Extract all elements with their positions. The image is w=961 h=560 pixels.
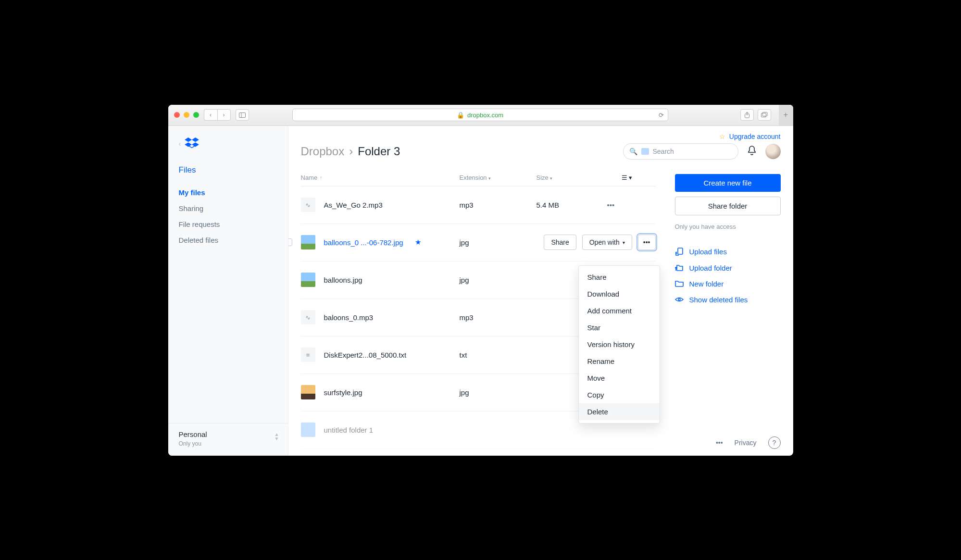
app-content: ‹ Files My files Sharing File requests D…	[168, 126, 793, 456]
file-name: baloons_0.mp3	[324, 313, 374, 322]
svg-rect-0	[239, 112, 245, 117]
menu-item-add-comment[interactable]: Add comment	[579, 302, 660, 319]
chevron-right-icon: ›	[349, 145, 353, 158]
sidebar-item-deleted-files[interactable]: Deleted files	[179, 236, 277, 244]
file-size: 5.4 MB	[537, 201, 604, 209]
share-folder-button[interactable]: Share folder	[675, 197, 781, 215]
col-name[interactable]: Name	[301, 174, 318, 181]
context-menu: Share Download Add comment Star Version …	[578, 265, 660, 423]
col-size[interactable]: Size	[537, 174, 549, 181]
reload-icon[interactable]: ⟳	[659, 112, 664, 119]
breadcrumb: Dropbox › Folder 3	[301, 145, 614, 158]
sort-asc-icon: ↑	[320, 175, 322, 180]
menu-item-rename[interactable]: Rename	[579, 353, 660, 370]
updown-icon: ▲▼	[275, 432, 279, 441]
sidebar-item-sharing[interactable]: Sharing	[179, 204, 277, 212]
file-ext: jpg	[460, 238, 537, 247]
svg-rect-5	[678, 248, 683, 254]
menu-item-download[interactable]: Download	[579, 286, 660, 302]
sidebar-section-files[interactable]: Files	[168, 161, 288, 180]
browser-window: ‹ › 🔒 dropbox.com ⟳ + ‹ F	[168, 105, 793, 456]
address-url: dropbox.com	[467, 112, 503, 119]
help-button[interactable]: ?	[768, 436, 781, 449]
upgrade-account-link[interactable]: Upgrade account	[729, 133, 781, 140]
image-thumb-icon	[301, 273, 315, 287]
star-icon: ☆	[719, 133, 725, 140]
avatar[interactable]	[765, 144, 781, 159]
menu-item-delete[interactable]: Delete	[579, 403, 660, 420]
search-input[interactable]: 🔍 Search	[623, 143, 738, 160]
window-controls	[174, 112, 199, 118]
file-listing: Name ↑ Extension ▾ Size ▾ ☰ ▾ ∿As_We_Go …	[301, 174, 656, 456]
menu-item-star[interactable]: Star	[579, 319, 660, 336]
privacy-link[interactable]: Privacy	[735, 439, 757, 447]
upload-files-link[interactable]: Upload files	[675, 244, 781, 260]
file-ext: mp3	[460, 313, 537, 322]
file-ext: jpg	[460, 388, 537, 397]
maximize-window-icon[interactable]	[193, 112, 199, 118]
upload-folder-link[interactable]: Upload folder	[675, 260, 781, 276]
dropbox-logo-icon	[185, 137, 199, 150]
footer-more-button[interactable]: •••	[716, 439, 723, 447]
file-ext: txt	[460, 351, 537, 359]
file-name: DiskExpert2...08_5000.txt	[324, 351, 407, 359]
notifications-button[interactable]	[747, 145, 757, 158]
browser-toolbar: ‹ › 🔒 dropbox.com ⟳ +	[168, 105, 793, 126]
minimize-window-icon[interactable]	[184, 112, 189, 118]
view-toggle-button[interactable]: ☰ ▾	[622, 174, 633, 181]
sidebar-collapse-icon[interactable]: ‹	[179, 140, 181, 148]
sidebar-item-my-files[interactable]: My files	[179, 188, 277, 197]
menu-item-share[interactable]: Share	[579, 269, 660, 286]
nav-forward-button[interactable]: ›	[217, 109, 231, 121]
col-extension[interactable]: Extension	[460, 174, 487, 181]
file-ext: mp3	[460, 201, 537, 209]
search-placeholder: Search	[653, 148, 674, 155]
svg-rect-3	[761, 113, 766, 117]
close-window-icon[interactable]	[174, 112, 180, 118]
breadcrumb-current: Folder 3	[358, 145, 400, 158]
search-icon: 🔍	[629, 148, 637, 155]
main-panel: ☆ Upgrade account Dropbox › Folder 3 🔍 S…	[288, 126, 793, 456]
show-deleted-link[interactable]: Show deleted files	[675, 292, 781, 308]
svg-rect-4	[762, 112, 767, 116]
row-more-button[interactable]: •••	[638, 235, 656, 250]
file-row[interactable]: ∿As_We_Go 2.mp3 mp3 5.4 MB •••	[301, 187, 656, 224]
share-button[interactable]: Share	[544, 235, 576, 250]
chevron-down-icon: ▾	[623, 240, 625, 245]
new-folder-link[interactable]: New folder	[675, 276, 781, 292]
menu-item-move[interactable]: Move	[579, 370, 660, 386]
new-tab-button[interactable]: +	[779, 105, 793, 126]
file-name: balloons.jpg	[324, 276, 362, 284]
menu-item-copy[interactable]: Copy	[579, 386, 660, 403]
address-bar[interactable]: 🔒 dropbox.com ⟳	[292, 109, 668, 121]
eye-icon	[675, 297, 684, 302]
column-headers: Name ↑ Extension ▾ Size ▾ ☰ ▾	[301, 174, 656, 187]
menu-item-version-history[interactable]: Version history	[579, 336, 660, 353]
breadcrumb-root[interactable]: Dropbox	[301, 145, 345, 158]
create-new-file-button[interactable]: Create new file	[675, 174, 781, 192]
row-more-button[interactable]: •••	[604, 201, 618, 209]
row-checkbox[interactable]	[288, 238, 292, 246]
tabs-button[interactable]	[758, 109, 771, 121]
account-sub: Only you	[179, 440, 277, 447]
account-switcher[interactable]: Personal Only you ▲▼	[168, 423, 288, 456]
sidebar-item-file-requests[interactable]: File requests	[179, 220, 277, 228]
star-filled-icon: ★	[415, 238, 421, 247]
sidebar-toggle-button[interactable]	[236, 109, 249, 121]
image-thumb-icon	[301, 235, 315, 249]
file-row[interactable]: balloons_0 ...-06-782.jpg★ jpg Share Ope…	[301, 224, 656, 261]
open-with-button[interactable]: Open with ▾	[582, 235, 632, 250]
search-scope-folder-icon	[641, 148, 649, 155]
file-name: untitled folder 1	[324, 426, 374, 434]
folder-icon	[301, 423, 315, 437]
upload-folder-icon	[675, 264, 684, 272]
audio-icon: ∿	[301, 198, 315, 212]
share-page-button[interactable]	[740, 109, 754, 121]
chevron-down-icon: ▾	[550, 176, 552, 181]
right-panel: Create new file Share folder Only you ha…	[675, 174, 781, 456]
footer: ••• Privacy ?	[716, 436, 781, 449]
file-ext: jpg	[460, 276, 537, 284]
nav-back-button[interactable]: ‹	[204, 109, 217, 121]
file-name: balloons_0 ...-06-782.jpg	[324, 238, 403, 247]
sidebar: ‹ Files My files Sharing File requests D…	[168, 126, 288, 456]
